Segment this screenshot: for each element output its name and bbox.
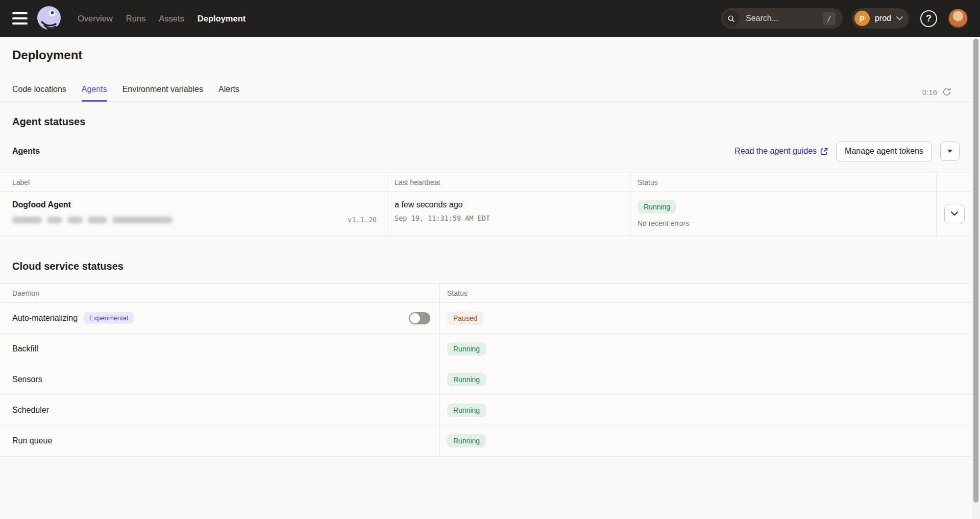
external-link-icon [820, 148, 828, 155]
main-content: Deployment Code locations Agents Environ… [0, 37, 972, 457]
page-title: Deployment [12, 48, 960, 62]
scrollbar-thumb[interactable] [973, 39, 978, 503]
chevron-down-icon [896, 16, 903, 20]
user-avatar[interactable] [948, 9, 968, 28]
agent-actions-cell [937, 192, 972, 235]
agents-subheading: Agents [12, 147, 40, 156]
menu-icon[interactable] [12, 12, 28, 25]
agent-status-cell: Running No recent errors [630, 192, 937, 235]
agent-heartbeat-cell: a few seconds ago Sep 19, 11:31:59 AM ED… [387, 192, 630, 235]
nav-item-runs[interactable]: Runs [126, 14, 146, 23]
refresh-timer: 0:16 [922, 88, 937, 97]
agent-guides-link[interactable]: Read the agent guides [734, 147, 828, 156]
agents-toolbar: Agents Read the agent guides Manage agen… [12, 141, 960, 161]
daemon-name: Sensors [12, 375, 42, 384]
column-header-daemon-status: Status [440, 284, 972, 303]
chevron-down-icon [951, 211, 958, 216]
tab-agents[interactable]: Agents [82, 80, 107, 101]
nav-item-assets[interactable]: Assets [159, 14, 184, 23]
agent-statuses-heading: Agent statuses [12, 116, 960, 128]
cloud-services-table: Daemon Status Auto-materializing Experim… [0, 284, 972, 457]
search-box[interactable]: / [721, 8, 843, 29]
nav-item-deployment[interactable]: Deployment [198, 14, 246, 23]
help-icon[interactable]: ? [920, 10, 937, 27]
agent-guides-link-label: Read the agent guides [734, 147, 817, 156]
search-input[interactable] [746, 14, 806, 23]
daemon-name: Auto-materializing [12, 314, 78, 323]
daemon-status-badge: Running [447, 373, 486, 386]
tab-code-locations[interactable]: Code locations [12, 80, 66, 101]
agent-id-redacted [12, 217, 173, 223]
daemon-name: Scheduler [12, 406, 49, 415]
primary-nav: Overview Runs Assets Deployment [78, 14, 246, 23]
daemon-status-badge: Paused [447, 312, 483, 325]
daemon-status-badge: Running [447, 342, 486, 356]
daemon-status-badge: Running [447, 404, 486, 417]
agent-name: Dogfood Agent [12, 200, 380, 209]
caret-down-icon [947, 150, 952, 153]
column-header-label: Label [0, 173, 387, 192]
auto-materializing-toggle[interactable] [409, 312, 430, 324]
column-header-actions [937, 173, 972, 192]
manage-agent-tokens-button[interactable]: Manage agent tokens [836, 141, 932, 161]
top-nav: Overview Runs Assets Deployment / P prod… [0, 0, 980, 37]
column-header-status: Status [630, 173, 937, 192]
deployment-tabs: Code locations Agents Environment variab… [0, 80, 972, 102]
tab-environment-variables[interactable]: Environment variables [122, 80, 203, 101]
dagster-logo-icon[interactable] [36, 5, 62, 32]
agent-label-cell: Dogfood Agent v1.1.20 [0, 192, 387, 235]
agent-status-badge: Running [638, 200, 676, 214]
org-name: prod [875, 14, 891, 23]
cloud-service-statuses-heading: Cloud service statuses [12, 261, 960, 272]
agent-version: v1.1.20 [348, 216, 380, 224]
search-icon [723, 10, 740, 27]
heartbeat-relative: a few seconds ago [395, 200, 623, 209]
org-switcher[interactable]: P prod [852, 8, 909, 29]
refresh-icon[interactable] [942, 87, 951, 97]
agents-table: Label Last heartbeat Status Dogfood Agen… [0, 173, 972, 236]
org-avatar: P [854, 11, 870, 26]
daemon-name: Run queue [12, 436, 52, 445]
heartbeat-timestamp: Sep 19, 11:31:59 AM EDT [395, 214, 623, 222]
column-header-daemon: Daemon [0, 284, 440, 303]
nav-item-overview[interactable]: Overview [78, 14, 113, 23]
daemon-name: Backfill [12, 344, 38, 353]
tab-alerts[interactable]: Alerts [218, 80, 239, 101]
agent-tokens-menu-button[interactable] [940, 141, 960, 161]
expand-agent-row-button[interactable] [944, 204, 965, 224]
scrollbar-track [972, 37, 980, 519]
agent-status-note: No recent errors [638, 219, 929, 227]
slash-shortcut-key: / [823, 12, 836, 25]
experimental-badge: Experimental [84, 312, 134, 324]
column-header-last-heartbeat: Last heartbeat [387, 173, 630, 192]
daemon-status-badge: Running [447, 434, 486, 447]
